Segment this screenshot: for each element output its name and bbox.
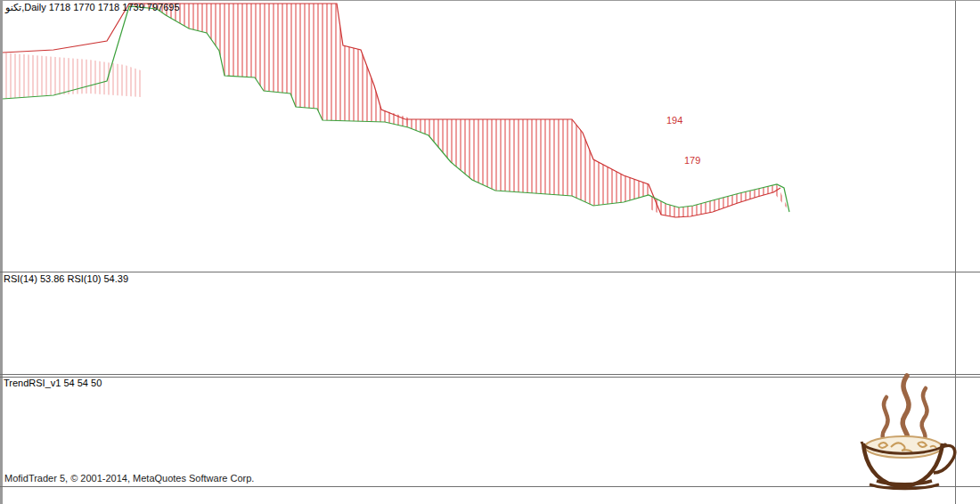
price-annotation-194: 194	[666, 115, 682, 126]
price-annotation-179: 179	[684, 155, 700, 166]
metatrader-chart-window: تكنو,Daily 1718 1770 1718 1739 797695 RS…	[0, 0, 980, 504]
coffee-cup-logo	[846, 370, 962, 491]
panel-separator-2[interactable]	[0, 374, 980, 375]
trendrsi-indicator-label: TrendRSI_v1 54 54 50	[4, 378, 102, 388]
rsi-indicator-label: RSI(14) 53.86 RSI(10) 54.39	[4, 273, 128, 284]
chart-title-ohlc: تكنو,Daily 1718 1770 1718 1739 797695	[5, 2, 180, 13]
date-axis-separator	[0, 486, 980, 487]
panel-separator-2b	[0, 377, 980, 378]
copyright-text: MofidTrader 5, © 2001-2014, MetaQuotes S…	[4, 473, 254, 484]
panel-separator-1[interactable]	[0, 272, 980, 272]
chart-canvas[interactable]	[0, 1, 980, 504]
